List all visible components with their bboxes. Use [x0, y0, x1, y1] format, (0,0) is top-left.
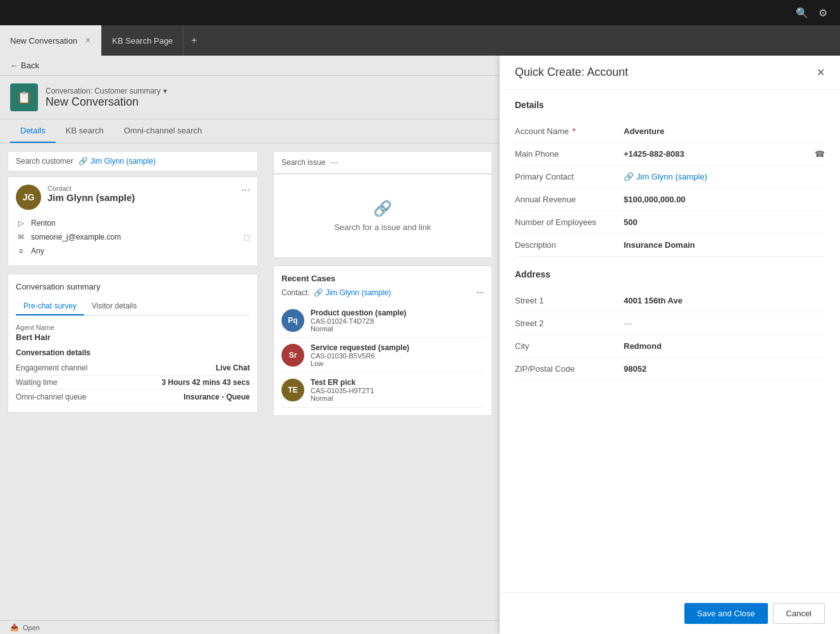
- email-icon: ✉: [16, 233, 26, 241]
- qc-close-button[interactable]: ✕: [817, 66, 825, 78]
- field-street2: Street 2 ---: [515, 312, 825, 335]
- qc-footer: Save and Close Cancel: [500, 592, 840, 634]
- recent-cases-contact-link[interactable]: 🔗 Jim Glynn (sample): [314, 288, 391, 297]
- field-num-employees: Number of Employees 500: [515, 211, 825, 234]
- tab-add-button[interactable]: +: [183, 25, 204, 56]
- list-icon: ≡: [16, 247, 26, 255]
- settings-icon[interactable]: ⚙: [818, 7, 827, 19]
- search-issue-section: Search issue --- 🔗 Search for a issue an…: [273, 151, 492, 258]
- description-value[interactable]: Insurance Domain: [624, 240, 825, 250]
- zip-label: ZIP/Postal Code: [515, 364, 616, 374]
- contact-info: Contact Jim Glynn (sample): [47, 185, 235, 203]
- search-issue-bar: Search issue ---: [273, 151, 492, 174]
- street2-label: Street 2: [515, 319, 616, 328]
- tab-label: New Conversation: [10, 36, 77, 46]
- contact-name: Jim Glynn (sample): [47, 192, 235, 203]
- main-layout: ← Back 📋 Conversation: Customer summary …: [0, 56, 840, 634]
- qc-header: Quick Create: Account ✕: [500, 56, 840, 90]
- field-engagement-channel: Engagement channel Live Chat: [16, 361, 250, 375]
- conversation-info: Conversation: Customer summary ▾ New Con…: [46, 87, 490, 109]
- back-label: Back: [21, 61, 39, 70]
- expand-icon[interactable]: ⋯: [476, 288, 484, 297]
- agent-name-field: Agent Name Bert Hair: [16, 324, 250, 342]
- contact-email: ✉ someone_j@example.com ⬚: [16, 230, 250, 244]
- search-customer-label: Search customer: [16, 157, 73, 166]
- tab-close-icon[interactable]: ✕: [85, 36, 91, 45]
- sub-tab-details[interactable]: Details: [10, 119, 56, 143]
- account-name-label: Account Name *: [515, 126, 616, 136]
- city-label: City: [515, 341, 616, 351]
- cancel-button[interactable]: Cancel: [773, 603, 825, 624]
- search-issue-content: 🔗 Search for a issue and link: [273, 174, 492, 258]
- street2-value[interactable]: ---: [624, 319, 825, 328]
- case-item-2[interactable]: Sr Service requested (sample) CAS-01030-…: [281, 338, 484, 373]
- qc-body: Details Account Name * Adventure Main Ph…: [500, 90, 840, 592]
- copy-icon[interactable]: ⬚: [244, 233, 250, 241]
- city-value[interactable]: Redmond: [624, 341, 825, 351]
- sub-tab-kb-search[interactable]: KB search: [56, 119, 114, 143]
- status-text: Open: [23, 624, 40, 631]
- field-annual-revenue: Annual Revenue $100,000,000.00: [515, 188, 825, 211]
- description-label: Description: [515, 240, 616, 250]
- agent-name-value: Bert Hair: [16, 332, 250, 342]
- conversation-avatar: 📋: [10, 83, 38, 111]
- contact-link-icon2: 🔗: [624, 172, 634, 181]
- tab-kb-search[interactable]: KB Search Page: [102, 25, 183, 56]
- account-name-value[interactable]: Adventure: [624, 126, 825, 136]
- primary-contact-link[interactable]: 🔗 Jim Glynn (sample): [624, 172, 825, 181]
- tab-new-conversation[interactable]: New Conversation ✕: [0, 25, 102, 56]
- content-area: Search customer 🔗 Jim Glynn (sample) JG: [0, 143, 500, 620]
- field-street1: Street 1 4001 156th Ave: [515, 290, 825, 312]
- summary-tabs: Pre-chat survey Visitor details: [16, 298, 250, 316]
- chevron-down-icon[interactable]: ▾: [163, 87, 167, 95]
- recent-cases-title: Recent Cases: [281, 274, 484, 283]
- field-omni-channel-queue: Omni-channel queue Insurance - Queue: [16, 390, 250, 405]
- status-icon: 📤: [10, 623, 19, 631]
- back-arrow-icon: ←: [10, 61, 18, 70]
- recent-cases-card: Recent Cases Contact: 🔗 Jim Glynn (sampl…: [273, 265, 492, 416]
- case-item-1[interactable]: Pq Product question (sample) CAS-01024-T…: [281, 303, 484, 338]
- conv-details-title: Conversation details: [16, 348, 250, 357]
- annual-revenue-label: Annual Revenue: [515, 195, 616, 204]
- back-bar: ← Back: [0, 56, 500, 76]
- contact-menu-button[interactable]: ···: [242, 185, 250, 196]
- contact-link-icon: 🔗: [314, 288, 323, 297]
- zip-value[interactable]: 98052: [624, 364, 825, 374]
- case-item-3[interactable]: TE Test ER pick CAS-01035-H9T2T1 Normal: [281, 373, 484, 408]
- field-account-name: Account Name * Adventure: [515, 120, 825, 143]
- case-avatar-3: TE: [281, 379, 304, 401]
- quick-create-panel: Quick Create: Account ✕ Details Account …: [500, 56, 840, 634]
- summary-title: Conversation summary: [16, 282, 250, 291]
- contact-avatar: JG: [16, 185, 41, 210]
- summary-tab-visitor[interactable]: Visitor details: [84, 298, 144, 315]
- avatar-icon: 📋: [17, 90, 31, 104]
- required-star: *: [572, 126, 576, 136]
- contact-location: ▷ Renton: [16, 216, 250, 230]
- summary-tab-pre-chat[interactable]: Pre-chat survey: [16, 298, 84, 315]
- field-main-phone: Main Phone +1425-882-8083 ☎: [515, 143, 825, 166]
- field-zip: ZIP/Postal Code 98052: [515, 358, 825, 381]
- contact-header: JG Contact Jim Glynn (sample) ···: [16, 185, 250, 210]
- primary-contact-label: Primary Contact: [515, 172, 616, 181]
- street1-value[interactable]: 4001 156th Ave: [624, 296, 825, 305]
- annual-revenue-value[interactable]: $100,000,000.00: [624, 195, 825, 204]
- search-issue-placeholder: ---: [330, 158, 338, 167]
- contact-icon: 🔗: [78, 157, 88, 166]
- phone-icon[interactable]: ☎: [815, 149, 825, 159]
- location-icon: ▷: [16, 219, 26, 228]
- conversation-summary-card: Conversation summary Pre-chat survey Vis…: [8, 274, 258, 413]
- search-icon[interactable]: 🔍: [796, 7, 808, 19]
- link-icon: 🔗: [373, 200, 392, 217]
- field-description: Description Insurance Domain: [515, 234, 825, 257]
- back-button[interactable]: ← Back: [10, 61, 39, 70]
- save-and-close-button[interactable]: Save and Close: [684, 603, 768, 624]
- right-column: Search issue --- 🔗 Search for a issue an…: [266, 143, 500, 620]
- street1-label: Street 1: [515, 296, 616, 305]
- num-employees-value[interactable]: 500: [624, 217, 825, 227]
- qc-address-title: Address: [515, 269, 825, 279]
- top-bar: 🔍 ⚙: [0, 0, 840, 25]
- agent-name-label: Agent Name: [16, 324, 250, 331]
- search-issue-empty-text: Search for a issue and link: [334, 223, 431, 232]
- sub-tab-omni-channel[interactable]: Omni-channel search: [114, 119, 213, 143]
- customer-link[interactable]: 🔗 Jim Glynn (sample): [78, 157, 156, 166]
